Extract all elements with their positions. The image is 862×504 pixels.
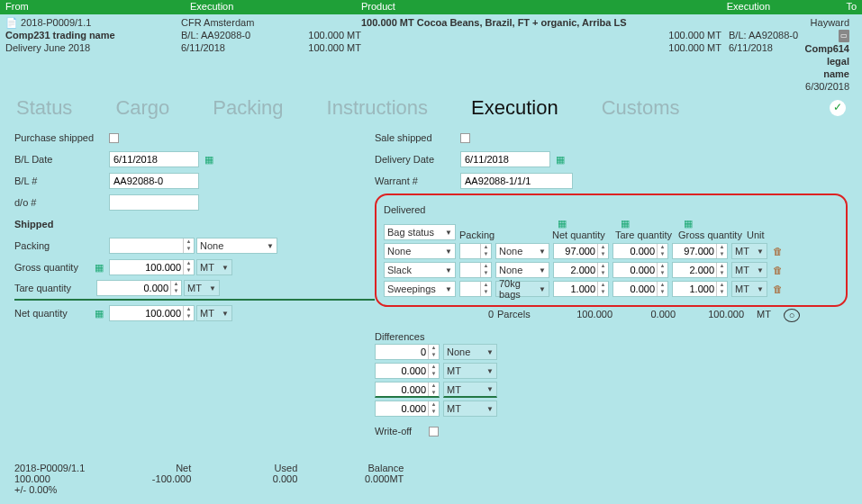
packing-select[interactable]: None▼	[196, 238, 277, 254]
delivered-row: Slack▼▲▼None▼▲▼▲▼▲▼MT▼🗑	[384, 262, 839, 278]
tare-qty-input[interactable]: ▲▼	[96, 280, 182, 296]
contract-ref[interactable]: 2018-P0009/1.1	[21, 17, 91, 28]
packing-qty-input[interactable]: ▲▼	[109, 238, 195, 254]
row-net-input[interactable]: ▲▼	[553, 281, 609, 297]
diff-value-input[interactable]: ▲▼	[375, 400, 440, 417]
packing-count-input[interactable]: ▲▼	[459, 243, 492, 259]
exec2-date: 6/11/2018	[729, 41, 803, 54]
row-net-input[interactable]: ▲▼	[553, 243, 609, 259]
sale-shipped-checkbox[interactable]	[460, 133, 470, 143]
grid-icon[interactable]: ▦	[556, 217, 568, 230]
tare-head: Tare quantity	[615, 230, 672, 240]
diff-row: ▲▼MT▼	[375, 400, 848, 417]
grid-icon[interactable]: ▦	[619, 217, 631, 230]
row-gross-input[interactable]: ▲▼	[672, 281, 728, 297]
exec2-bl: B/L: AA92088-0	[729, 29, 803, 41]
diff-unit-select[interactable]: MT▼	[443, 400, 497, 417]
exec1-date: 6/11/2018	[181, 41, 294, 54]
bag-status-filter[interactable]: Bag status▼	[384, 224, 456, 240]
row-unit-select[interactable]: MT▼	[731, 243, 767, 259]
footer-used-value: 0.000	[234, 473, 297, 484]
totals-parcels-count: 0	[458, 309, 494, 322]
diff-unit-select[interactable]: None▼	[443, 344, 497, 360]
net-qty-unit[interactable]: MT▼	[196, 305, 232, 321]
top-header: From Execution Product Execution To	[0, 0, 862, 14]
delivery-date-input[interactable]	[460, 151, 550, 167]
to-legal: Comp614 legal name	[803, 42, 849, 80]
row-tare-input[interactable]: ▲▼	[612, 243, 668, 259]
diff-unit-select[interactable]: MT▼	[443, 382, 497, 398]
diff-value-input[interactable]: ▲▼	[375, 344, 440, 360]
row-gross-input[interactable]: ▲▼	[672, 262, 728, 278]
header-to-label: To	[776, 0, 862, 14]
footer-used-label: Used	[234, 463, 297, 473]
differences-heading: Differences	[375, 331, 848, 342]
tab-execution[interactable]: Execution	[471, 96, 558, 120]
gross-qty-unit[interactable]: MT▼	[196, 259, 232, 275]
tab-instructions[interactable]: Instructions	[327, 96, 429, 120]
header-execution1-label: Execution	[185, 0, 356, 14]
diff-unit-select[interactable]: MT▼	[443, 363, 497, 379]
row-unit-select[interactable]: MT▼	[731, 281, 767, 297]
warrant-input[interactable]	[460, 173, 573, 189]
purchase-shipped-checkbox[interactable]	[109, 133, 119, 143]
row-gross-input[interactable]: ▲▼	[672, 243, 728, 259]
bag-status-select[interactable]: None▼	[384, 243, 456, 259]
do-input[interactable]	[109, 194, 199, 211]
bl-date-label: B/L Date	[14, 154, 109, 165]
row-tare-input[interactable]: ▲▼	[612, 281, 668, 297]
grid-icon[interactable]: ▦	[93, 261, 105, 274]
delete-row-icon[interactable]: 🗑	[771, 245, 784, 257]
footer-balance-value: 0.000MT	[340, 473, 404, 484]
row-tare-input[interactable]: ▲▼	[612, 262, 668, 278]
from-delivery: Delivery June 2018	[5, 41, 181, 54]
status-ok-icon[interactable]: ✓	[830, 100, 846, 116]
from-company: Comp231 trading name	[5, 29, 181, 41]
grid-icon[interactable]: ▦	[93, 307, 105, 320]
packing-type-select[interactable]: 70kg bags▼	[495, 281, 549, 297]
footer-net-value: -100.000	[128, 473, 191, 484]
grid-icon[interactable]: ▦	[682, 217, 694, 230]
delivery-date-label: Delivery Date	[375, 154, 460, 165]
tab-cargo[interactable]: Cargo	[115, 96, 169, 120]
writeoff-checkbox[interactable]	[429, 427, 439, 436]
exec1-qty1: 100.000 MT	[294, 29, 361, 41]
sale-shipped-label: Sale shipped	[375, 132, 460, 143]
bag-status-select[interactable]: Slack▼	[384, 262, 456, 278]
header-product-label: Product	[356, 0, 649, 14]
packing-type-select[interactable]: None▼	[495, 243, 549, 259]
bag-status-select[interactable]: Sweepings▼	[384, 281, 456, 297]
tab-packing[interactable]: Packing	[213, 96, 283, 120]
delete-row-icon[interactable]: 🗑	[771, 283, 784, 295]
info-row: 📄 2018-P0009/1.1 Comp231 trading name De…	[0, 14, 862, 93]
bl-no-input[interactable]	[109, 173, 199, 189]
calendar-icon[interactable]: ▦	[203, 153, 215, 166]
bl-date-input[interactable]	[109, 151, 199, 167]
delete-row-icon[interactable]: 🗑	[771, 264, 784, 276]
net-head: Net quantity	[552, 230, 605, 240]
row-unit-select[interactable]: MT▼	[731, 262, 767, 278]
tare-qty-unit[interactable]: MT▼	[184, 280, 220, 296]
tare-qty-label: Tare quantity	[14, 283, 109, 293]
totals-gross: 100.000	[679, 309, 744, 322]
header-from-label: From	[0, 0, 185, 14]
differences-section: Differences ▲▼None▼▲▼MT▼▲▼MT▼▲▼MT▼	[375, 331, 848, 417]
footer-summary: 2018-P0009/1.1 100.000 +/- 0.00% Net -10…	[14, 463, 404, 495]
row-net-input[interactable]: ▲▼	[553, 262, 609, 278]
packing-count-input[interactable]: ▲▼	[459, 262, 492, 278]
net-qty-input[interactable]: ▲▼	[109, 305, 195, 321]
tab-status[interactable]: Status	[16, 96, 72, 120]
diff-row: ▲▼MT▼	[375, 382, 848, 398]
totals-tare: 0.000	[616, 309, 676, 322]
tab-customs[interactable]: Customs	[602, 96, 680, 120]
packing-count-input[interactable]: ▲▼	[459, 281, 492, 297]
delivered-row: None▼▲▼None▼▲▼▲▼▲▼MT▼🗑	[384, 243, 839, 259]
diff-value-input[interactable]: ▲▼	[375, 382, 440, 398]
diff-value-input[interactable]: ▲▼	[375, 363, 440, 379]
totals-parcels-label: Parcels	[497, 309, 549, 322]
add-row-button[interactable]: ○	[784, 309, 800, 322]
packing-type-select[interactable]: None▼	[495, 262, 549, 278]
calendar-icon[interactable]: ▦	[554, 153, 567, 166]
gross-qty-input[interactable]: ▲▼	[109, 259, 195, 275]
footer-ref: 2018-P0009/1.1	[14, 463, 85, 473]
